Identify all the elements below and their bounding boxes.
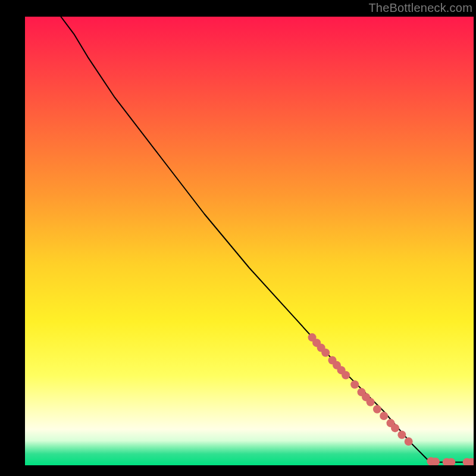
marker-point [380, 412, 388, 420]
marker-point [405, 437, 413, 446]
marker-point [350, 380, 359, 389]
marker-point [342, 371, 350, 379]
chart-svg [25, 17, 474, 465]
marker-point [321, 349, 330, 357]
marker-point [373, 405, 381, 414]
chart-container: TheBottleneck.com [0, 0, 476, 476]
gradient-background [25, 17, 474, 465]
attribution-label: TheBottleneck.com [368, 1, 472, 15]
marker-point [391, 424, 399, 432]
plot-area [25, 17, 474, 465]
marker-point [397, 431, 406, 439]
marker-point [367, 398, 375, 406]
